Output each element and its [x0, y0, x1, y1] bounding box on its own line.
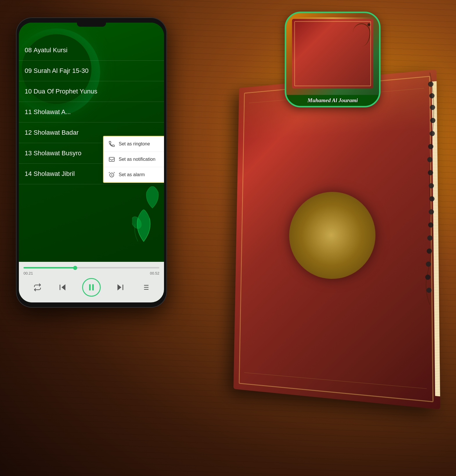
context-menu-alarm[interactable]: Set as alarm — [104, 167, 164, 182]
phone-ring-icon — [108, 140, 115, 147]
phone-frame: 08 Ayatul Kursi 09 Surah Al Fajr 15-30 1… — [16, 17, 167, 308]
app-icon-inner: Muhamed Al Jourami — [286, 13, 379, 106]
repeat-button[interactable] — [32, 282, 43, 293]
svg-marker-25 — [118, 284, 121, 290]
quran-book-decoration — [233, 69, 440, 409]
song-title-11: 11 — [25, 108, 32, 116]
player-controls — [19, 278, 164, 297]
context-menu: Set as ringtone Set as notification — [103, 136, 164, 183]
player-bar: 00.21 00.52 — [19, 262, 164, 302]
context-menu-ringtone[interactable]: Set as ringtone — [104, 136, 164, 152]
app-icon-title: Muhamed Al Jourami — [286, 95, 379, 106]
song-title-09: 09 — [25, 67, 32, 75]
svg-point-7 — [427, 157, 432, 162]
rosary-beads-decoration — [412, 73, 447, 305]
svg-point-12 — [428, 222, 433, 228]
song-name-10: Dua Of Prophet Yunus — [33, 88, 97, 95]
song-item-10[interactable]: 10 Dua Of Prophet Yunus — [19, 81, 164, 102]
song-item-08[interactable]: 08 Ayatul Kursi — [19, 40, 164, 61]
song-title-12: 12 — [25, 129, 32, 136]
notification-label: Set as notification — [119, 157, 155, 162]
song-title-10: 10 — [25, 88, 32, 95]
phone-screen: 08 Ayatul Kursi 09 Surah Al Fajr 15-30 1… — [19, 23, 164, 302]
leaf-group-1 — [132, 210, 155, 244]
song-name-11: Sholawat A... — [33, 108, 71, 116]
svg-point-6 — [428, 144, 433, 149]
song-name-09: Surah Al Fajr 15-30 — [33, 67, 89, 75]
svg-rect-24 — [92, 284, 94, 290]
svg-point-3 — [430, 105, 435, 110]
prev-button[interactable] — [57, 282, 69, 293]
time-total: 00.52 — [150, 271, 159, 275]
ringtone-label: Set as ringtone — [119, 141, 150, 147]
time-current: 00.21 — [24, 271, 33, 275]
svg-point-16 — [425, 275, 430, 280]
svg-point-17 — [426, 288, 432, 293]
next-icon — [116, 283, 125, 292]
song-title-08: 08 — [25, 46, 32, 54]
svg-rect-23 — [89, 284, 91, 290]
prev-icon — [58, 283, 67, 292]
app-icon[interactable]: Muhamed Al Jourami — [285, 12, 381, 107]
svg-point-1 — [428, 82, 433, 87]
progress-fill — [24, 267, 75, 268]
svg-point-14 — [427, 248, 432, 254]
screen-content: 08 Ayatul Kursi 09 Surah Al Fajr 15-30 1… — [19, 23, 164, 302]
svg-marker-21 — [62, 284, 65, 290]
song-item-09[interactable]: 09 Surah Al Fajr 15-30 — [19, 61, 164, 81]
svg-point-2 — [429, 93, 435, 98]
alarm-icon — [108, 171, 115, 178]
song-title-14: 14 — [25, 170, 32, 178]
leaf-group-2 — [144, 186, 161, 210]
playlist-icon — [141, 283, 149, 291]
song-name-12: Sholawat Badar — [33, 129, 78, 136]
repeat-icon — [33, 283, 42, 291]
pause-icon — [87, 283, 96, 292]
svg-point-9 — [429, 183, 434, 188]
alarm-label: Set as alarm — [119, 172, 145, 177]
playlist-button[interactable] — [140, 282, 151, 293]
progress-dot[interactable] — [73, 266, 77, 270]
song-item-11[interactable]: 11 Sholawat A... — [19, 102, 164, 122]
notification-icon — [108, 156, 115, 163]
svg-point-5 — [430, 131, 435, 136]
context-menu-notification[interactable]: Set as notification — [104, 152, 164, 167]
svg-point-11 — [429, 209, 434, 214]
phone-notch — [77, 23, 106, 27]
svg-point-15 — [426, 262, 431, 267]
song-title-13: 13 — [25, 149, 32, 157]
svg-point-10 — [429, 196, 435, 201]
book-medallion — [289, 191, 376, 280]
next-button[interactable] — [114, 282, 126, 293]
svg-point-13 — [427, 235, 432, 241]
song-name-08: Ayatul Kursi — [33, 46, 67, 54]
song-name-14: Sholawat Jibril — [33, 170, 75, 178]
song-name-13: Sholawat Busyro — [33, 149, 81, 157]
svg-point-8 — [428, 170, 433, 175]
deco-line-bottom — [244, 372, 427, 389]
play-pause-button[interactable] — [82, 278, 101, 297]
svg-point-4 — [430, 118, 435, 123]
progress-track[interactable] — [24, 267, 159, 268]
time-labels: 00.21 00.52 — [24, 271, 159, 275]
